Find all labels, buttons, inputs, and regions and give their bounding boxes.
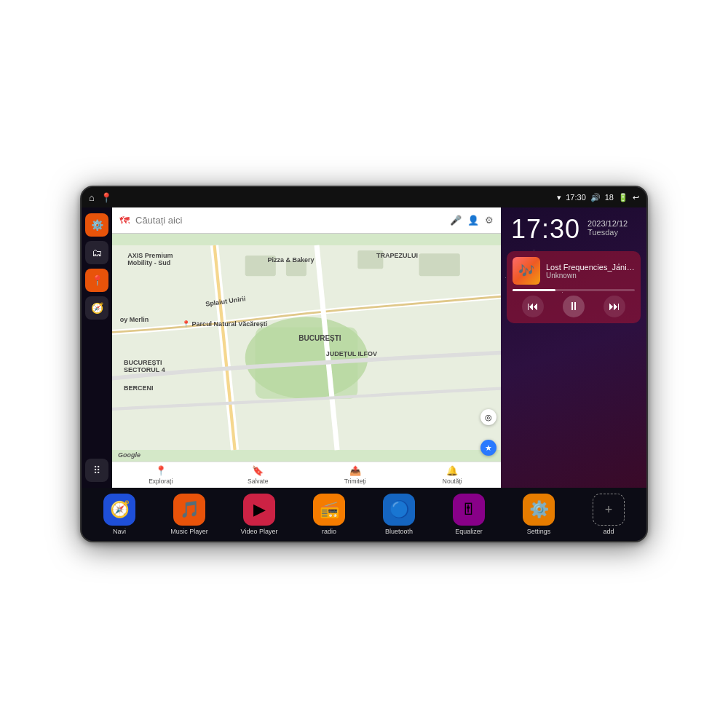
- explore-label: Explorați: [149, 478, 173, 485]
- sidebar-settings-btn[interactable]: ⚙️: [85, 213, 108, 237]
- app-grid: 🧭 Navi 🎵 Music Player ▶ Video Player 📻 r…: [86, 494, 642, 535]
- news-label: Noutăți: [443, 478, 462, 485]
- track-artist: Unknown: [546, 272, 635, 280]
- battery-charge: 18: [605, 193, 614, 202]
- eq-icon: 🎚: [453, 494, 485, 526]
- map-tab-send[interactable]: 📤 Trimiteți: [306, 462, 404, 488]
- settings-label: Settings: [527, 528, 551, 535]
- svg-rect-5: [357, 250, 383, 269]
- now-playing-widget: 🎶 Lost Frequencies_Janie... Unknown ⏮ ⏸ …: [507, 251, 641, 323]
- clock-date-main: 2023/12/12: [587, 219, 628, 228]
- map-search-input[interactable]: Căutați aici: [135, 215, 444, 226]
- next-button[interactable]: ⏭: [604, 296, 625, 317]
- clock-area: 17:30 2023/12/12 Tuesday: [501, 207, 646, 248]
- back-icon[interactable]: ↩: [633, 193, 639, 202]
- map-settings-icon[interactable]: ⚙: [485, 215, 494, 226]
- settings-icon: ⚙️: [523, 494, 555, 526]
- map-area: 🗺 Căutați aici 🎤 👤 ⚙: [112, 207, 501, 488]
- radio-label: radio: [322, 528, 336, 535]
- sidebar-apps-btn[interactable]: ⠿: [85, 459, 108, 482]
- car-unit: ⌂ 📍 ▾ 17:30 🔊 18 🔋 ↩ ⚙️ 🗂 📍: [80, 186, 648, 542]
- add-icon: +: [593, 494, 625, 526]
- time-display: 17:30: [566, 193, 586, 202]
- map-search-bar: 🗺 Căutați aici 🎤 👤 ⚙: [112, 207, 501, 234]
- main-area: ⚙️ 🗂 📍 🧭 ⠿ 🗺 Căutați aici 🎤 👤 ⚙: [82, 207, 646, 488]
- volume-icon[interactable]: 🔊: [590, 193, 601, 202]
- explore-icon: 📍: [155, 465, 167, 476]
- pause-button[interactable]: ⏸: [563, 296, 585, 317]
- app-item-radio[interactable]: 📻 radio: [296, 494, 363, 535]
- add-label: add: [603, 528, 614, 535]
- saved-icon: 🔖: [252, 465, 264, 476]
- navi-icon: 🧭: [103, 494, 135, 526]
- clock-date-day: Tuesday: [587, 228, 628, 237]
- eq-label: Equalizer: [455, 528, 483, 535]
- sidebar-files-btn[interactable]: 🗂: [85, 241, 108, 264]
- status-bar: ⌂ 📍 ▾ 17:30 🔊 18 🔋 ↩: [82, 187, 646, 207]
- right-panel: 17:30 2023/12/12 Tuesday 🎶 Lost Frequenc…: [501, 207, 646, 488]
- prev-button[interactable]: ⏮: [522, 296, 544, 317]
- clock-date: 2023/12/12 Tuesday: [587, 219, 628, 237]
- track-progress-fill: [513, 289, 555, 291]
- svg-rect-4: [286, 261, 306, 276]
- sidebar-nav-btn[interactable]: 🧭: [85, 296, 108, 320]
- send-label: Trimiteți: [344, 478, 366, 485]
- clock-time: 17:30: [511, 216, 580, 242]
- svg-rect-6: [419, 253, 460, 276]
- navi-label: Navi: [113, 528, 126, 535]
- left-sidebar: ⚙️ 🗂 📍 🧭 ⠿: [82, 207, 112, 488]
- sidebar-location-btn[interactable]: 📍: [85, 269, 108, 292]
- map-tab-explore[interactable]: 📍 Explorați: [112, 462, 210, 488]
- track-title: Lost Frequencies_Janie...: [546, 263, 635, 272]
- map-icon[interactable]: 📍: [100, 192, 112, 203]
- app-item-music[interactable]: 🎵 Music Player: [156, 494, 223, 535]
- map-user-icon[interactable]: 👤: [467, 215, 479, 226]
- map-tab-saved[interactable]: 🔖 Salvate: [210, 462, 307, 488]
- video-icon: ▶: [243, 494, 275, 526]
- send-icon: 📤: [349, 465, 361, 476]
- map-canvas[interactable]: AXIS PremiumMobility - Sud Pizza & Baker…: [112, 234, 501, 462]
- app-grid-area: 🧭 Navi 🎵 Music Player ▶ Video Player 📻 r…: [82, 488, 646, 541]
- svg-rect-3: [245, 256, 276, 276]
- app-item-settings[interactable]: ⚙️ Settings: [505, 494, 572, 535]
- album-art: 🎶: [513, 257, 540, 285]
- app-item-navi[interactable]: 🧭 Navi: [86, 494, 153, 535]
- app-item-video[interactable]: ▶ Video Player: [226, 494, 293, 535]
- app-item-add[interactable]: + add: [575, 494, 642, 535]
- google-logo: Google: [118, 451, 141, 459]
- map-tabs: 📍 Explorați 🔖 Salvate 📤 Trimiteți 🔔 Nout…: [112, 462, 501, 488]
- video-label: Video Player: [241, 528, 278, 535]
- track-progress[interactable]: [513, 289, 635, 291]
- saved-label: Salvate: [248, 478, 268, 485]
- map-compass[interactable]: ◎: [480, 409, 496, 425]
- app-item-bluetooth[interactable]: 🔵 Bluetooth: [365, 494, 432, 535]
- music-icon: 🎵: [173, 494, 205, 526]
- app-item-eq[interactable]: 🎚 Equalizer: [435, 494, 502, 535]
- playback-controls: ⏮ ⏸ ⏭: [513, 296, 635, 317]
- music-label: Music Player: [170, 528, 208, 535]
- map-voice-icon[interactable]: 🎤: [450, 215, 462, 226]
- home-icon[interactable]: ⌂: [89, 192, 95, 203]
- news-icon: 🔔: [446, 465, 458, 476]
- map-pin-icon: 🗺: [119, 215, 130, 226]
- battery-icon: 🔋: [618, 193, 628, 202]
- wifi-icon: ▾: [557, 193, 561, 202]
- map-locate-btn[interactable]: ★: [480, 440, 496, 456]
- bluetooth-icon: 🔵: [383, 494, 415, 526]
- bluetooth-label: Bluetooth: [385, 528, 413, 535]
- map-tab-news[interactable]: 🔔 Noutăți: [404, 462, 502, 488]
- radio-icon: 📻: [313, 494, 345, 526]
